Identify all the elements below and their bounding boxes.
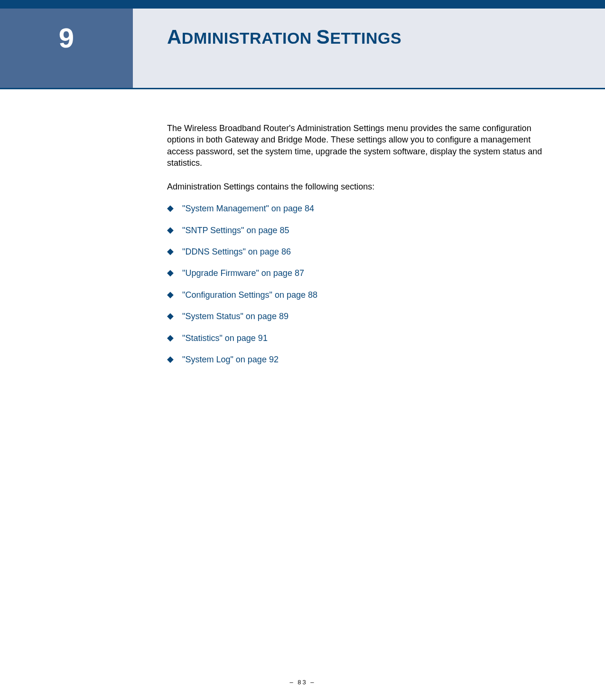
toc-link-system-status[interactable]: "System Status" on page 89 xyxy=(182,311,289,322)
toc-item: ◆ "System Status" on page 89 xyxy=(167,311,558,322)
toc-item: ◆ "System Log" on page 92 xyxy=(167,354,558,365)
top-accent-bar xyxy=(0,0,605,9)
toc-item: ◆ "Upgrade Firmware" on page 87 xyxy=(167,268,558,279)
toc-item: ◆ "DDNS Settings" on page 86 xyxy=(167,246,558,257)
toc-link-statistics[interactable]: "Statistics" on page 91 xyxy=(182,333,268,344)
chapter-number-box: 9 xyxy=(0,9,133,88)
bullet-diamond-icon: ◆ xyxy=(167,311,174,322)
toc-link-system-management[interactable]: "System Management" on page 84 xyxy=(182,203,314,214)
toc-link-sntp-settings[interactable]: "SNTP Settings" on page 85 xyxy=(182,225,289,236)
bullet-diamond-icon: ◆ xyxy=(167,354,174,365)
bullet-diamond-icon: ◆ xyxy=(167,203,174,214)
toc-item: ◆ "Statistics" on page 91 xyxy=(167,333,558,344)
page-footer: – 83 – xyxy=(0,679,605,686)
toc-item: ◆ "Configuration Settings" on page 88 xyxy=(167,290,558,301)
bullet-diamond-icon: ◆ xyxy=(167,333,174,343)
chapter-header: 9 ADMINISTRATION SETTINGS xyxy=(0,9,605,89)
bullet-diamond-icon: ◆ xyxy=(167,268,174,278)
intro-paragraph: The Wireless Broadband Router's Administ… xyxy=(167,123,558,169)
chapter-number: 9 xyxy=(59,22,74,54)
page-content: The Wireless Broadband Router's Administ… xyxy=(0,89,605,365)
chapter-title-box: ADMINISTRATION SETTINGS xyxy=(133,9,605,88)
bullet-diamond-icon: ◆ xyxy=(167,246,174,257)
page-number: – 83 – xyxy=(289,679,315,686)
toc-link-configuration-settings[interactable]: "Configuration Settings" on page 88 xyxy=(182,290,317,301)
bullet-diamond-icon: ◆ xyxy=(167,290,174,300)
toc-item: ◆ "System Management" on page 84 xyxy=(167,203,558,214)
toc-link-ddns-settings[interactable]: "DDNS Settings" on page 86 xyxy=(182,246,291,257)
toc-list: ◆ "System Management" on page 84 ◆ "SNTP… xyxy=(167,203,558,365)
bullet-diamond-icon: ◆ xyxy=(167,225,174,236)
toc-item: ◆ "SNTP Settings" on page 85 xyxy=(167,225,558,236)
chapter-title: ADMINISTRATION SETTINGS xyxy=(167,26,605,48)
sections-subheading: Administration Settings contains the fol… xyxy=(167,182,558,192)
toc-link-upgrade-firmware[interactable]: "Upgrade Firmware" on page 87 xyxy=(182,268,304,279)
toc-link-system-log[interactable]: "System Log" on page 92 xyxy=(182,354,279,365)
